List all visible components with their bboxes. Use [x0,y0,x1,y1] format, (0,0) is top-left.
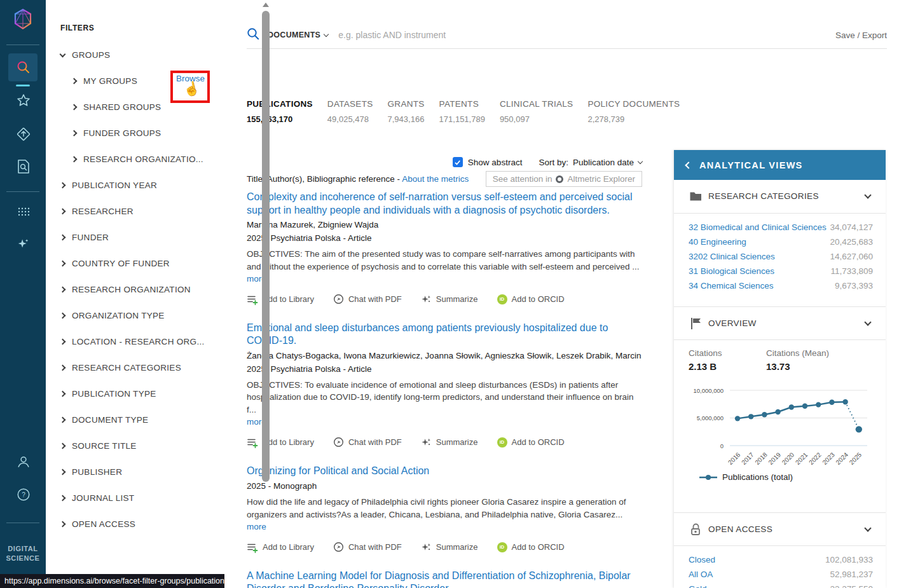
rail-divider [6,191,39,192]
chat-with-pdf-button[interactable]: Chat with PDF [333,437,402,448]
open-access-link[interactable]: Gold [689,584,707,588]
tab-clinical-trials[interactable]: CLINICAL TRIALS950,097 [500,99,573,124]
chevron-right-icon [60,391,66,397]
filter-publication-year[interactable]: PUBLICATION YEAR [46,172,210,198]
analytical-views-panel: ANALYTICAL VIEWS RESEARCH CATEGORIES 32 … [674,150,886,588]
add-to-library-button[interactable]: Add to Library [247,542,314,553]
filter-organization-type[interactable]: ORGANIZATION TYPE [46,303,210,329]
filter-groups[interactable]: GROUPS [46,42,210,68]
category-row: 3202 Clinical Sciences 14,627,060 [674,249,886,264]
section-open-access[interactable]: OPEN ACCESS [674,513,886,545]
add-to-library-button[interactable]: Add to Library [247,437,314,448]
add-to-library-button[interactable]: Add to Library [247,294,314,305]
publication-title-link[interactable]: Complexity and incoherence of self-narra… [247,191,643,217]
tab-publications[interactable]: PUBLICATIONS155,063,170 [247,99,313,124]
filter-open-access[interactable]: OPEN ACCESS [46,511,210,537]
export-icon[interactable] [16,126,31,142]
summarize-button[interactable]: Summarize [421,437,478,448]
tab-patents[interactable]: PATENTS171,151,789 [439,99,485,124]
columns-description: Title, Author(s), Bibliographic referenc… [247,174,469,184]
filter-publication-type[interactable]: PUBLICATION TYPE [46,381,210,407]
tab-grants[interactable]: GRANTS7,943,166 [388,99,425,124]
chevron-down-icon [864,524,871,531]
panel-divider [674,545,886,546]
cursor-icon: ☝ [182,80,202,99]
publication-title-link[interactable]: Organizing for Political and Social Acti… [247,465,643,478]
category-link[interactable]: 31 Biological Sciences [689,266,774,276]
open-access-link[interactable]: All OA [689,570,713,579]
add-to-orcid-button[interactable]: iD Add to ORCID [497,294,565,304]
document-search-icon[interactable] [16,159,31,174]
publication-abstract: How did the life and legacy of Philadelp… [247,496,643,533]
chevron-right-icon [60,182,66,189]
category-link[interactable]: 40 Engineering [689,237,746,247]
filter-location-research-org[interactable]: LOCATION - RESEARCH ORG... [46,329,210,355]
filter-funder-groups[interactable]: FUNDER GROUPS [46,120,210,146]
chevron-right-icon [60,521,66,528]
analytical-views-header[interactable]: ANALYTICAL VIEWS [674,150,886,180]
rail-divider [6,44,39,45]
search-nav-icon[interactable] [16,60,31,75]
filter-research-organization[interactable]: RESEARCH ORGANIZATION [46,277,210,303]
sort-dropdown[interactable]: Sort by: Publication date [539,158,642,167]
open-access-link[interactable]: Closed [689,555,715,564]
collapse-panel-icon[interactable] [685,161,692,168]
filter-research-organizatio[interactable]: RESEARCH ORGANIZATIO... [46,146,210,172]
analytical-views-title: ANALYTICAL VIEWS [699,160,803,170]
category-link[interactable]: 34 Chemical Sciences [689,281,774,291]
browse-highlight-box: Browse ☝ [170,71,210,103]
publication-title-link[interactable]: A Machine Learning Model for Diagnosis a… [247,570,635,588]
save-export-button[interactable]: Save / Export [835,31,887,40]
filters-scrollbar[interactable] [262,11,270,482]
help-icon[interactable]: ? [16,487,31,502]
filter-source-title[interactable]: SOURCE TITLE [46,433,210,459]
filter-label: JOURNAL LIST [72,493,134,503]
favorites-star-icon[interactable] [16,93,31,108]
svg-text:5,000,000: 5,000,000 [697,414,724,421]
chat-with-pdf-button[interactable]: Chat with PDF [333,542,402,552]
filter-label: FUNDER GROUPS [83,128,161,138]
orcid-icon: iD [497,437,507,448]
more-link[interactable]: more [247,522,266,531]
summarize-button[interactable]: Summarize [421,542,478,552]
svg-text:2016: 2016 [727,451,742,466]
chat-with-pdf-button[interactable]: Chat with PDF [333,294,402,304]
summarize-button[interactable]: Summarize [421,294,478,304]
about-metrics-link[interactable]: About the metrics [402,174,469,184]
svg-text:2025: 2025 [848,451,863,466]
ai-sparkle-icon[interactable] [16,236,31,252]
filter-research-categories[interactable]: RESEARCH CATEGORIES [46,355,210,381]
filter-funder[interactable]: FUNDER [46,224,210,250]
publication-actions: Add to Library Chat with PDF Summarize i… [247,294,643,305]
show-abstract-checkbox[interactable] [453,157,463,167]
tab-policy-documents[interactable]: POLICY DOCUMENTS2,278,739 [587,99,680,124]
tab-datasets[interactable]: DATASETS49,025,478 [327,99,373,124]
results-meta-row: Title, Author(s), Bibliographic referenc… [247,171,642,187]
chevron-down-icon [638,158,643,163]
search-scope-dropdown[interactable]: DOCUMENTS [268,31,328,39]
chevron-right-icon [71,78,78,85]
status-url-tooltip: https://app.dimensions.ai/browse/facet-f… [0,574,224,588]
filter-publisher[interactable]: PUBLISHER [46,459,210,485]
altmetric-explorer-button[interactable]: See attention in Altmetric Explorer [486,171,642,187]
filter-journal-list[interactable]: JOURNAL LIST [46,485,210,511]
chevron-right-icon [60,261,66,267]
add-to-orcid-button[interactable]: iD Add to ORCID [497,542,565,552]
svg-text:10,000,000: 10,000,000 [693,387,724,394]
publication-title-link[interactable]: Emotional and sleep disturbances among p… [247,322,615,348]
section-research-categories[interactable]: RESEARCH CATEGORIES [674,180,886,212]
dimensions-logo-icon[interactable] [12,8,34,33]
filter-document-type[interactable]: DOCUMENT TYPE [46,407,210,433]
scroll-up-arrow[interactable] [263,3,269,7]
section-overview[interactable]: OVERVIEW [674,307,886,339]
research-category-rows: 32 Biomedical and Clinical Sciences 34,0… [674,220,886,293]
category-link[interactable]: 32 Biomedical and Clinical Sciences [689,222,827,232]
publications-line-chart: 05,000,00010,000,00020162017201820192020… [674,380,886,469]
filter-researcher[interactable]: RESEARCHER [46,198,210,224]
category-link[interactable]: 3202 Clinical Sciences [689,252,775,261]
filter-country-of-funder[interactable]: COUNTRY OF FUNDER [46,250,210,277]
search-input[interactable]: e.g. plastic AND instrument [338,30,835,40]
apps-grid-icon[interactable] [16,203,31,219]
account-icon[interactable] [16,454,31,469]
add-to-orcid-button[interactable]: iD Add to ORCID [497,437,565,448]
